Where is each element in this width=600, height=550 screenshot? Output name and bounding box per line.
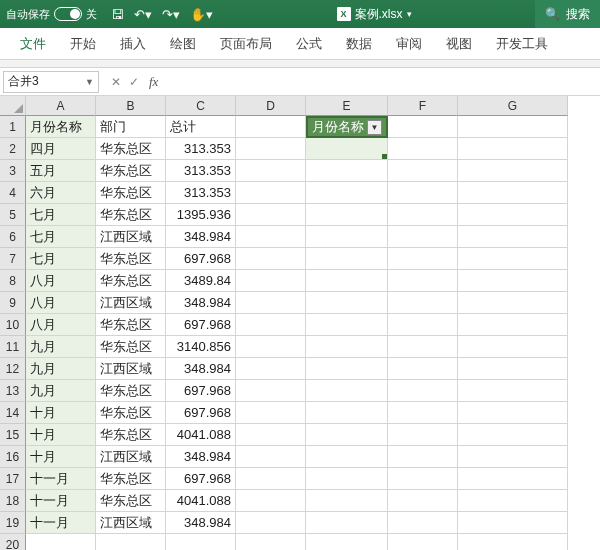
cell[interactable]: 3489.84 (166, 270, 236, 292)
cell[interactable]: 697.968 (166, 468, 236, 490)
cell[interactable]: 六月 (26, 182, 96, 204)
col-G[interactable]: G (458, 96, 568, 116)
cell[interactable]: 部门 (96, 116, 166, 138)
cell[interactable] (458, 358, 568, 380)
tab-insert[interactable]: 插入 (108, 28, 158, 59)
cell[interactable] (388, 534, 458, 550)
tab-view[interactable]: 视图 (434, 28, 484, 59)
cell[interactable] (306, 446, 388, 468)
cell[interactable] (236, 336, 306, 358)
fx-icon[interactable]: fx (149, 74, 158, 90)
cell[interactable]: 四月 (26, 138, 96, 160)
cell[interactable] (458, 468, 568, 490)
cell[interactable] (388, 248, 458, 270)
cell[interactable]: 华东总区 (96, 490, 166, 512)
row-head[interactable]: 2 (0, 138, 26, 160)
cell[interactable] (458, 534, 568, 550)
cell[interactable] (306, 512, 388, 534)
cell[interactable] (306, 380, 388, 402)
cell[interactable]: 华东总区 (96, 380, 166, 402)
row-head[interactable]: 12 (0, 358, 26, 380)
cell[interactable] (236, 248, 306, 270)
cell[interactable] (388, 512, 458, 534)
col-A[interactable]: A (26, 96, 96, 116)
undo-icon[interactable]: ↶▾ (134, 7, 152, 22)
cell[interactable] (306, 270, 388, 292)
row-head[interactable]: 18 (0, 490, 26, 512)
cell[interactable]: 4041.088 (166, 490, 236, 512)
cell[interactable] (388, 270, 458, 292)
cell[interactable] (306, 534, 388, 550)
cell[interactable]: 348.984 (166, 446, 236, 468)
cell[interactable] (236, 446, 306, 468)
cell[interactable] (458, 380, 568, 402)
cell[interactable]: 五月 (26, 160, 96, 182)
cell[interactable] (388, 204, 458, 226)
cell[interactable] (236, 424, 306, 446)
cell[interactable] (236, 226, 306, 248)
cell[interactable] (388, 446, 458, 468)
row-head[interactable]: 3 (0, 160, 26, 182)
col-B[interactable]: B (96, 96, 166, 116)
cell[interactable]: 十月 (26, 424, 96, 446)
autosave-toggle[interactable]: 自动保存 关 (0, 7, 103, 22)
cell[interactable] (458, 204, 568, 226)
col-F[interactable]: F (388, 96, 458, 116)
cell[interactable] (96, 534, 166, 550)
enter-icon[interactable]: ✓ (129, 75, 139, 89)
pivot-header[interactable]: 月份名称▼ (306, 116, 388, 138)
cell[interactable] (388, 226, 458, 248)
row-head[interactable]: 4 (0, 182, 26, 204)
cell[interactable] (236, 270, 306, 292)
cell[interactable] (388, 490, 458, 512)
cell[interactable] (236, 182, 306, 204)
pivot-body-cell[interactable] (306, 138, 388, 160)
cell[interactable] (306, 248, 388, 270)
cell[interactable]: 华东总区 (96, 424, 166, 446)
cell[interactable]: 江西区域 (96, 226, 166, 248)
cell[interactable]: 十月 (26, 402, 96, 424)
cell[interactable] (26, 534, 96, 550)
cell[interactable] (306, 204, 388, 226)
cell[interactable]: 八月 (26, 292, 96, 314)
row-head[interactable]: 19 (0, 512, 26, 534)
row-head[interactable]: 15 (0, 424, 26, 446)
cell[interactable]: 697.968 (166, 314, 236, 336)
cell[interactable] (458, 446, 568, 468)
cell[interactable]: 月份名称 (26, 116, 96, 138)
cell[interactable]: 348.984 (166, 226, 236, 248)
cell[interactable] (236, 358, 306, 380)
cell[interactable] (458, 182, 568, 204)
row-head[interactable]: 8 (0, 270, 26, 292)
cell[interactable] (306, 292, 388, 314)
tab-file[interactable]: 文件 (8, 28, 58, 59)
row-head[interactable]: 7 (0, 248, 26, 270)
cell[interactable] (306, 490, 388, 512)
cell[interactable] (306, 160, 388, 182)
cell[interactable]: 华东总区 (96, 314, 166, 336)
cell[interactable] (306, 402, 388, 424)
cell[interactable]: 七月 (26, 248, 96, 270)
cell[interactable] (166, 534, 236, 550)
cell[interactable]: 348.984 (166, 512, 236, 534)
row-head[interactable]: 20 (0, 534, 26, 550)
row-head[interactable]: 6 (0, 226, 26, 248)
cell[interactable] (458, 160, 568, 182)
cell[interactable] (306, 314, 388, 336)
col-E[interactable]: E (306, 96, 388, 116)
cell[interactable] (458, 292, 568, 314)
cell[interactable]: 华东总区 (96, 138, 166, 160)
cell[interactable] (458, 248, 568, 270)
cell[interactable] (388, 468, 458, 490)
cell[interactable] (388, 402, 458, 424)
cell[interactable]: 华东总区 (96, 270, 166, 292)
tab-developer[interactable]: 开发工具 (484, 28, 560, 59)
cell[interactable] (388, 336, 458, 358)
cell[interactable]: 九月 (26, 358, 96, 380)
tab-home[interactable]: 开始 (58, 28, 108, 59)
cell[interactable] (236, 116, 306, 138)
cell[interactable]: 江西区域 (96, 446, 166, 468)
cell[interactable] (458, 226, 568, 248)
save-icon[interactable]: 🖫 (111, 7, 124, 22)
row-head[interactable]: 5 (0, 204, 26, 226)
